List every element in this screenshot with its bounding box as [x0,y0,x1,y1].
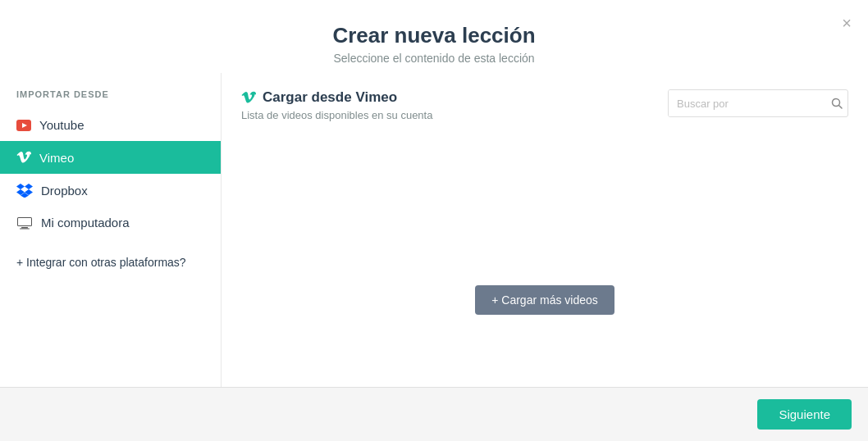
sidebar-integrate-link[interactable]: + Integrar con otras plataformas? [0,247,221,278]
content-subtitle: Lista de videos disponibles en su cuenta [241,109,432,121]
modal-footer: Siguiente [0,387,868,441]
integrate-label: + Integrar con otras plataformas? [16,256,186,269]
sidebar-item-vimeo-label: Vimeo [39,151,74,165]
next-button[interactable]: Siguiente [757,399,852,430]
svg-rect-3 [18,218,31,225]
load-more-area: + Cargar más videos [241,285,848,315]
sidebar-item-dropbox-label: Dropbox [41,184,88,198]
content-area: Cargar desde Vimeo Lista de videos dispo… [222,73,868,387]
content-title-text: Cargar desde Vimeo [263,89,397,106]
modal-title: Crear nueva lección [16,23,852,48]
svg-rect-4 [21,227,28,229]
sidebar-item-computer-label: Mi computadora [41,216,130,230]
svg-line-7 [839,106,843,109]
modal-subtitle: Seleccione el contenido de esta lección [16,52,852,65]
load-more-button[interactable]: + Cargar más videos [475,285,614,315]
search-input[interactable] [669,90,823,116]
sidebar-item-vimeo[interactable]: Vimeo [0,141,221,174]
search-button[interactable] [823,90,848,116]
content-title: Cargar desde Vimeo [241,89,432,106]
search-icon [831,98,843,109]
content-header: Cargar desde Vimeo Lista de videos dispo… [241,89,848,121]
computer-icon [16,216,33,230]
modal-body: IMPORTAR DESDE Youtube Vimeo [0,73,868,387]
dropbox-icon [16,183,33,198]
modal-header: Crear nueva lección Seleccione el conten… [0,0,868,73]
youtube-icon [16,120,31,131]
sidebar-heading: IMPORTAR DESDE [0,89,221,109]
sidebar-item-youtube[interactable]: Youtube [0,109,221,141]
sidebar: IMPORTAR DESDE Youtube Vimeo [0,73,222,387]
sidebar-item-computer[interactable]: Mi computadora [0,207,221,239]
sidebar-item-dropbox[interactable]: Dropbox [0,174,221,207]
vimeo-title-icon [241,90,256,105]
content-title-area: Cargar desde Vimeo Lista de videos dispo… [241,89,432,121]
close-button[interactable]: × [842,15,852,31]
vimeo-icon [16,150,31,165]
search-box [668,89,848,117]
svg-rect-5 [20,228,30,229]
modal: × Crear nueva lección Seleccione el cont… [0,0,868,441]
sidebar-item-youtube-label: Youtube [39,118,85,132]
